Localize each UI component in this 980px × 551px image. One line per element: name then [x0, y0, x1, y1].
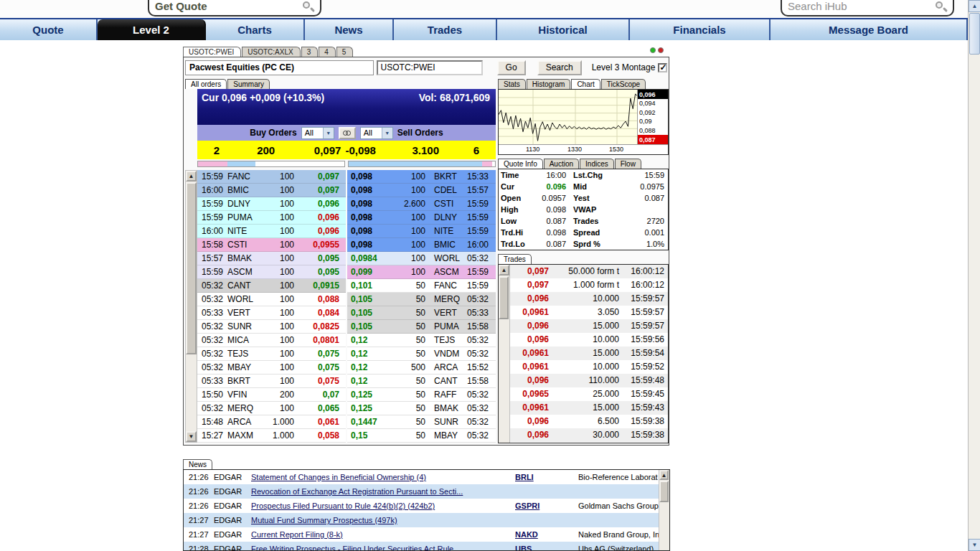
scroll-thumb[interactable]: [659, 481, 669, 502]
ask-row-CANT[interactable]: 0,1250CANT15:58: [347, 375, 496, 388]
scroll-thumb[interactable]: [499, 276, 509, 319]
page-scrollbar[interactable]: ▲ ▼: [968, 0, 980, 551]
trade-row[interactable]: 0,0966.50015:59:38: [510, 415, 668, 428]
ask-row-NITE[interactable]: 0,098100NITE15:59: [347, 225, 496, 238]
ask-row-VERT[interactable]: 0,10550VERT05:33: [347, 306, 496, 320]
news-headline-link[interactable]: Mutual Fund Summary Prospectus (497k): [251, 513, 496, 527]
bid-row-FANC[interactable]: 15:59FANC1000,097: [197, 170, 346, 184]
trade-row[interactable]: 0,09610.00015:59:56: [510, 333, 668, 347]
level3-checkbox[interactable]: [658, 63, 667, 72]
news-row[interactable]: 21:27EDGARCurrent Report Filing (8-k)NAK…: [184, 527, 669, 542]
news-row[interactable]: 21:28EDGARFree Writing Prospectus - Fili…: [184, 542, 669, 551]
news-symbol-link[interactable]: NAKD: [496, 527, 564, 542]
go-button[interactable]: Go: [497, 60, 526, 75]
ask-row-VNDM[interactable]: 0,1250VNDM05:32: [347, 347, 496, 361]
bid-row-SUNR[interactable]: 05:32SUNR1000,0825: [197, 320, 346, 334]
news-headline-link[interactable]: Revocation of Exchange Act Registration …: [251, 484, 496, 499]
chart-tab-stats[interactable]: Stats: [498, 79, 526, 89]
nav-tab-historical[interactable]: Historical: [497, 19, 630, 40]
ask-row-BKRT[interactable]: 0,098100BKRT15:33: [347, 170, 496, 184]
ask-row-RAFF[interactable]: 0,12550RAFF05:32: [347, 388, 496, 402]
ask-row-BMAK[interactable]: 0,12550BMAK05:32: [347, 402, 496, 415]
chart-tab-tickscope[interactable]: TickScope: [601, 79, 646, 89]
bid-row-ASCM[interactable]: 15:59ASCM1000,095: [197, 265, 346, 279]
nav-tab-financials[interactable]: Financials: [630, 19, 771, 40]
search-icon[interactable]: [934, 0, 947, 13]
montage-tab-5[interactable]: 5: [336, 47, 354, 57]
ask-row-CDEL[interactable]: 0,098100CDEL15:57: [347, 184, 496, 197]
search-icon[interactable]: [301, 0, 314, 13]
scroll-up-icon[interactable]: ▲: [969, 0, 980, 12]
trade-row[interactable]: 0,09610.00015:59:57: [510, 292, 668, 306]
bid-row-VFIN[interactable]: 15:50VFIN2000,07: [197, 388, 346, 402]
news-headline-link[interactable]: Prospectus Filed Pursuant to Rule 424(b)…: [251, 499, 496, 513]
bid-row-MICA[interactable]: 05:32MICA1000,0801: [197, 334, 346, 347]
ask-row-BMIC[interactable]: 0,098100BMIC16:00: [347, 238, 496, 252]
bid-row-BMAK[interactable]: 15:57BMAK1000,095: [197, 252, 346, 265]
ask-row-ARCA[interactable]: 0,12500ARCA15:52: [347, 361, 496, 375]
ask-row-ASCM[interactable]: 0,099100ASCM15:59: [347, 265, 496, 279]
bid-row-BKRT[interactable]: 05:33BKRT1000,075: [197, 375, 346, 388]
nav-tab-level-2[interactable]: Level 2: [98, 19, 206, 40]
news-symbol-link[interactable]: [496, 513, 564, 527]
link-orders-button[interactable]: [339, 127, 356, 139]
bid-row-NITE[interactable]: 16:00NITE1000,096: [197, 225, 346, 238]
nav-tab-trades[interactable]: Trades: [394, 19, 497, 40]
chart-tab-chart[interactable]: Chart: [571, 79, 600, 89]
trade-row[interactable]: 0,09630.00015:59:38: [510, 428, 668, 442]
trade-row[interactable]: 0,096525.00015:59:45: [510, 387, 668, 401]
ask-row-TEJS[interactable]: 0,1250TEJS05:32: [347, 334, 496, 347]
search-ihub-input[interactable]: Search iHub: [781, 0, 954, 17]
scroll-up-icon[interactable]: ▲: [659, 470, 669, 480]
chart-tab-histogram[interactable]: Histogram: [527, 79, 571, 89]
scroll-thumb[interactable]: [969, 13, 980, 55]
montage-tab-3[interactable]: 3: [301, 47, 319, 57]
news-symbol-link[interactable]: BRLI: [496, 470, 564, 484]
news-symbol-link[interactable]: [496, 484, 564, 499]
bid-row-MBAY[interactable]: 05:32MBAY1000,075: [197, 361, 346, 375]
bid-row-MERQ[interactable]: 05:32MERQ1000,065: [197, 402, 346, 415]
news-symbol-link[interactable]: UBS: [496, 542, 564, 551]
news-scrollbar[interactable]: ▲: [659, 470, 669, 550]
news-headline-link[interactable]: Free Writing Prospectus - Filing Under S…: [251, 542, 496, 551]
news-row[interactable]: 21:26EDGARRevocation of Exchange Act Reg…: [184, 484, 669, 499]
bid-row-CANT[interactable]: 05:32CANT1000,0915: [197, 279, 346, 293]
bid-row-WORL[interactable]: 05:32WORL1000,088: [197, 293, 346, 306]
news-row[interactable]: 21:26EDGARStatement of Changes in Benefi…: [184, 470, 669, 484]
news-symbol-link[interactable]: GSPRI: [496, 499, 564, 513]
ask-row-DLNY[interactable]: 0,098100DLNY15:59: [347, 211, 496, 225]
scroll-up-icon[interactable]: ▲: [499, 265, 509, 276]
info-tab-flow[interactable]: Flow: [615, 159, 641, 169]
book-scrollbar[interactable]: ▲ ▼: [185, 170, 197, 443]
bid-row-CSTI[interactable]: 15:58CSTI1000,0955: [197, 238, 346, 252]
trade-row[interactable]: 0,09750.000 form t16:00:12: [510, 265, 668, 278]
trade-row[interactable]: 0,096115.00015:59:43: [510, 401, 668, 415]
tab-trades[interactable]: Trades: [498, 254, 532, 264]
news-headline-link[interactable]: Current Report Filing (8-k): [251, 527, 496, 542]
trade-row[interactable]: 0,096110.00015:59:48: [510, 374, 668, 387]
search-button[interactable]: Search: [537, 60, 582, 75]
ask-row-MERQ[interactable]: 0,10550MERQ05:32: [347, 293, 496, 306]
get-quote-input[interactable]: Get Quote: [148, 0, 321, 17]
news-headline-link[interactable]: Statement of Changes in Beneficial Owner…: [251, 470, 496, 484]
ask-row-PUMA[interactable]: 0,10550PUMA15:58: [347, 320, 496, 334]
ask-row-CSTI[interactable]: 0,0982.600CSTI15:59: [347, 197, 496, 211]
info-tab-auction[interactable]: Auction: [544, 159, 579, 169]
montage-tab-usotc-axlx[interactable]: USOTC:AXLX: [242, 47, 300, 57]
bid-row-DLNY[interactable]: 15:59DLNY1000,096: [197, 197, 346, 211]
bid-row-ARCA[interactable]: 15:48ARCA1.0000,061: [197, 415, 346, 429]
info-tab-indices[interactable]: Indices: [580, 159, 614, 169]
trade-row[interactable]: 0,09615.00015:59:57: [510, 319, 668, 333]
bid-row-MAXM[interactable]: 15:27MAXM1.0000,058: [197, 429, 346, 443]
nav-tab-charts[interactable]: Charts: [206, 19, 305, 40]
ask-row-WORL[interactable]: 0,0984100WORL05:32: [347, 252, 496, 265]
scroll-thumb[interactable]: [186, 182, 197, 354]
bid-row-BMIC[interactable]: 16:00BMIC1000,097: [197, 184, 346, 197]
montage-tab-4[interactable]: 4: [319, 47, 336, 57]
trades-scrollbar[interactable]: ▲: [499, 265, 510, 443]
bid-row-TEJS[interactable]: 05:32TEJS1000,075: [197, 347, 346, 361]
scroll-up-icon[interactable]: ▲: [186, 171, 197, 182]
view-tab-summary[interactable]: Summary: [227, 79, 270, 89]
scroll-down-icon[interactable]: ▼: [186, 431, 197, 442]
news-row[interactable]: 21:27EDGARMutual Fund Summary Prospectus…: [184, 513, 669, 527]
